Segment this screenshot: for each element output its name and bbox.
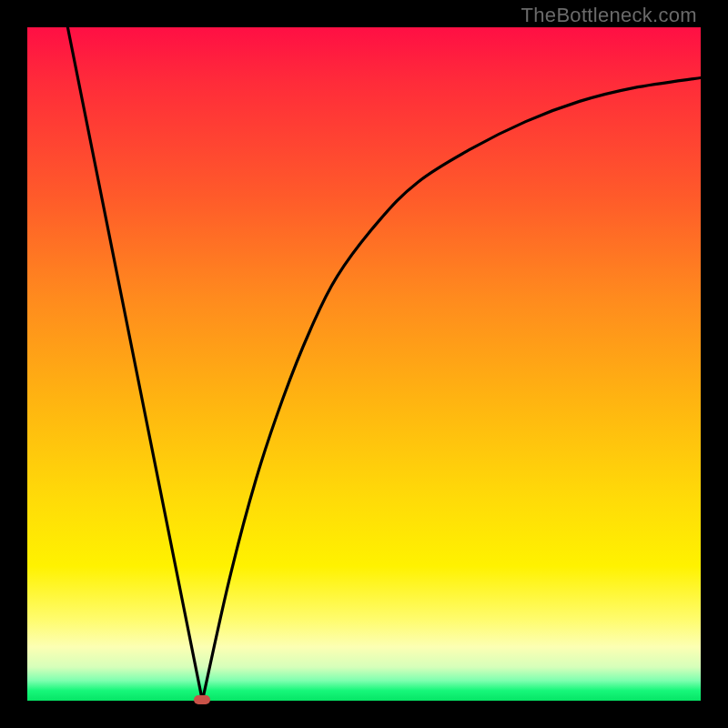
chart-frame: TheBottleneck.com: [0, 0, 728, 728]
bottleneck-curve: [27, 27, 701, 701]
watermark-text: TheBottleneck.com: [521, 4, 697, 27]
plot-area: [27, 27, 701, 701]
optimal-marker: [194, 695, 210, 704]
curve-path: [67, 27, 701, 701]
